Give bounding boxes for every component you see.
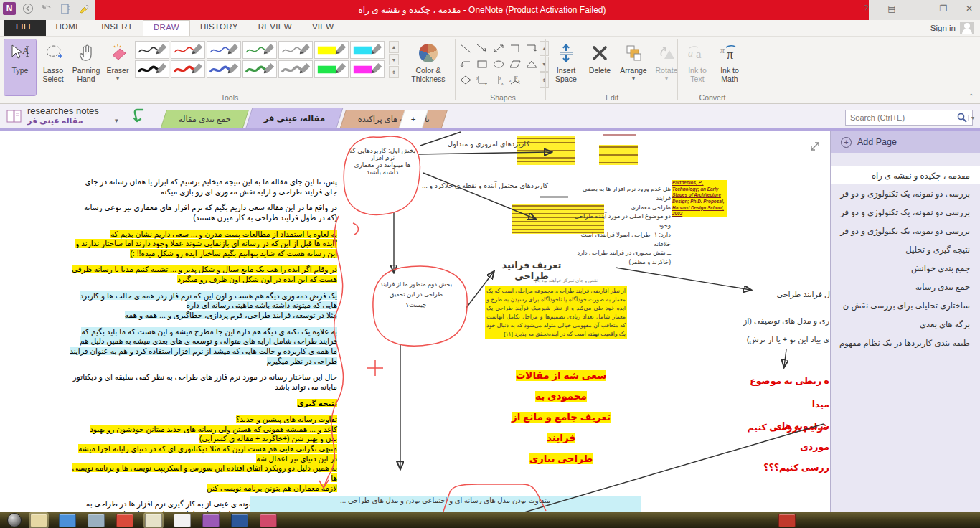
note-paragraph[interactable]: نتیجه گیری [7,399,337,409]
taskbar-app-icon[interactable] [778,514,796,527]
start-button-icon[interactable] [7,513,22,527]
shape-parallelogram-icon[interactable] [507,57,523,72]
shape-curve-arrow-icon[interactable] [458,57,473,72]
shape-axes-icon[interactable]: yx [474,72,490,88]
highlighted-note-block[interactable] [515,134,577,167]
page-list-item[interactable]: بررسی دو نمونه، یک تکنولوژی و دو فر [831,222,980,240]
sign-in[interactable]: Sign in [930,22,974,34]
taskbar-app-icon[interactable] [231,514,248,527]
search-input[interactable] [846,113,956,122]
taskbar-app-icon[interactable] [202,514,220,527]
ribbon-tab[interactable]: INSERT [91,20,143,36]
page-canvas[interactable]: پس، تا این جای مقاله ما به این نتیجه میخ… [0,131,830,512]
notebook-dropdown-caret[interactable]: ▾ [115,117,118,124]
note-right-models-cut[interactable]: ری و مدل های توصیفی (از ی بیاد این تو + … [733,312,829,349]
note-citation[interactable]: Parthenios, P., Technology; an Early Sta… [672,180,727,217]
highlighted-note-block[interactable] [598,143,639,167]
taskbar-app-icon[interactable] [59,514,76,527]
page-list-item[interactable]: نتیجه گیری و تحلیل [831,240,980,259]
page-list-item[interactable]: جمع بندی رسانه [831,278,980,296]
arrange-button[interactable]: Arrange ▾ [617,39,650,95]
notebook-subtitle[interactable]: مقاله عینی فر [27,116,83,126]
note-paragraph[interactable]: در واقع ما در این مقاله سعی داریم بگیم ک… [7,203,337,222]
shape-arrow-icon[interactable] [474,41,490,56]
highlighter-icon[interactable] [77,2,90,15]
eraser-button[interactable]: Eraser ▾ [102,39,133,95]
section-tab[interactable]: جمع بندی مقاله [161,110,249,128]
note-paragraph[interactable]: در وقام اگر ایده را هب یک مایع سیال و شک… [7,265,337,284]
note-bottom-cut-line[interactable]: متفاوت بودن مدل های رسانه ای و اجتماعی ب… [250,496,641,512]
note-paragraph[interactable]: تفاوت رسانه های پیشین و جدید؟ کاغذ و ...… [7,415,337,493]
note-mahmoudi-red[interactable]: سعی شه از مقالات محمودی به تعریف جامع و … [498,365,624,469]
shape-ellipse-icon[interactable] [491,57,507,72]
note-right-red-cases[interactable]: ث نمونه های موردی ررسی کنیم؟؟؟ [743,416,829,478]
pen-swatch[interactable] [135,60,169,78]
pen-swatch[interactable] [242,60,277,78]
page-list-item[interactable]: ساختاری تحلیلی برای بررسی نقش ن [831,296,980,315]
back-icon[interactable] [22,2,34,15]
pen-swatch[interactable] [278,41,313,59]
search-icon[interactable] [956,112,968,123]
pen-gallery-more-icon[interactable]: ⇟ [389,66,399,78]
taskbar-app-icon[interactable] [30,514,47,527]
shapes-scroll-down-icon[interactable]: ▼ [540,57,549,72]
note-today-applications-label[interactable]: کاربردهای امروزی و متداول [428,140,550,148]
pen-swatch[interactable] [171,60,205,78]
type-button[interactable]: A Type [4,39,36,95]
shape-corner-arrow-icon[interactable] [524,41,540,56]
note-paragraph[interactable]: به علاوه یک نکته ی دیگه هم داره این جا م… [7,327,337,367]
taskbar-app-icon[interactable] [260,514,277,527]
pen-swatch[interactable] [207,41,241,59]
pen-swatch[interactable] [207,60,241,78]
taskbar-app-icon[interactable] [174,514,191,527]
pen-swatch[interactable] [135,41,169,59]
lasso-select-button[interactable]: Lasso Select [37,39,69,95]
pen-swatch[interactable] [314,41,349,59]
note-part-one-circle-text[interactable]: بخش اول: کاربردهایی که نرم افزار ها میتو… [348,147,417,176]
shape-triangle-icon[interactable] [524,57,540,72]
shape-line-icon[interactable] [458,41,473,56]
panning-hand-button[interactable]: Panning Hand [70,39,102,95]
ribbon-display-options-button[interactable]: ▤ [884,1,900,16]
page-list-item[interactable]: بررسی دو نمونه، یک تکنولوژی و دو فر [831,184,980,203]
pen-swatch[interactable] [314,60,349,78]
taskbar-app-icon[interactable] [145,514,162,527]
shapes-scroll-up-icon[interactable]: ▲ [540,41,549,56]
section-tab[interactable]: مقاله، عینی فر [246,108,344,128]
note-paragraph[interactable]: حال این ساختار رسانه در مورد نرم فازر ها… [7,372,337,392]
note-definition-intro[interactable]: نقص و جای تمرکز خواهند بود [۸] [515,278,598,283]
color-thickness-button[interactable]: Color & Thickness [406,39,451,95]
taskbar-app-icon[interactable] [116,514,133,527]
pen-swatch[interactable] [171,41,205,59]
shape-corner-icon[interactable] [507,41,523,56]
pen-scroll-up-icon[interactable]: ▲ [389,41,399,53]
shapes-gallery-more-icon[interactable]: ⇟ [540,72,549,88]
minimize-button[interactable]: — [910,1,925,16]
pen-swatch[interactable] [350,60,385,78]
note-right-process-cut[interactable]: ل فرایند طراحی [775,290,830,299]
insert-space-button[interactable]: Insert Space [550,39,583,95]
pen-swatch[interactable] [350,41,385,59]
add-page-button[interactable]: + Add Page [831,131,980,153]
ink-to-math-button[interactable]: π π Ink to Math [715,39,745,95]
note-part-two-circle-text[interactable]: بخش دوم منظور ما از فرایند طراحی در این … [377,279,455,310]
note-paragraph[interactable]: یک فرض دمحوری دیگه هم هست و اون این که ن… [7,291,337,321]
ribbon-tab[interactable]: HISTORY [190,20,248,36]
page-list-item[interactable]: طبقه بندی کاربردها در یک نظام مفهوم [831,334,980,352]
shape-double-arrow-icon[interactable] [491,41,507,56]
restore-button[interactable]: ❐ [936,1,951,16]
taskbar-app-icon[interactable] [88,514,105,527]
pen-swatch[interactable] [278,60,313,78]
pen-scroll-down-icon[interactable]: ▼ [389,54,399,66]
page-list-item[interactable]: مقدمه ، چکیده و نقشه ی راه [831,166,980,184]
close-button[interactable]: ✕ [961,1,977,16]
pen-swatch[interactable] [242,41,277,59]
shape-axes-3d-icon[interactable]: yzx [507,72,523,88]
page-list-item[interactable]: برگه های بعدی [831,315,980,334]
note-paragraph[interactable]: پس، تا این جای مقاله ما به این نتیجه میخ… [7,177,337,197]
shape-axes-cross-icon[interactable]: yx [491,72,507,88]
ribbon-tab[interactable]: REVIEW [248,20,302,36]
collapse-ribbon-icon[interactable]: ⌃ [969,93,974,100]
undo-icon[interactable] [40,2,53,15]
help-button[interactable]: ? [858,1,874,16]
